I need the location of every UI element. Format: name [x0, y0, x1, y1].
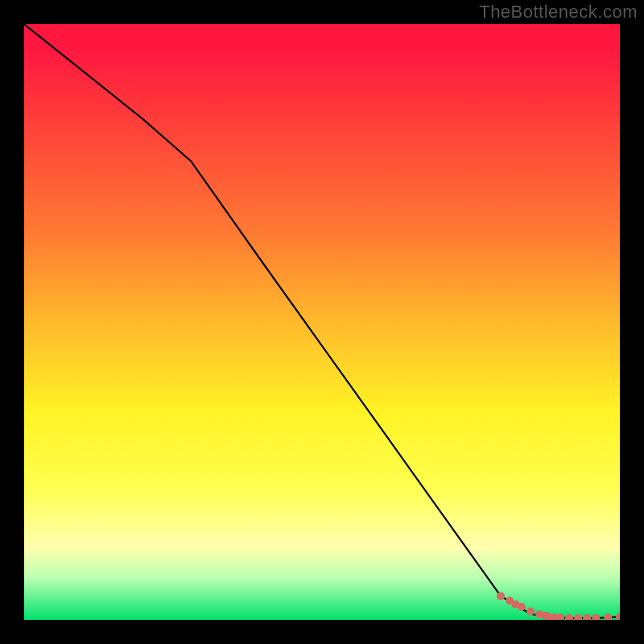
marker-dot: [616, 613, 620, 620]
marker-dot: [556, 613, 564, 620]
marker-dot: [497, 592, 505, 600]
marker-dot: [526, 608, 535, 616]
chart-frame: TheBottleneck.com: [0, 0, 644, 644]
marker-group: [497, 592, 620, 620]
marker-dot: [518, 603, 526, 611]
main-curve: [24, 24, 620, 618]
marker-dot: [583, 614, 591, 620]
chart-overlay: [24, 24, 620, 620]
marker-dot: [592, 614, 600, 620]
marker-dot: [565, 614, 573, 620]
marker-dot: [604, 613, 612, 620]
watermark-text: TheBottleneck.com: [479, 2, 638, 23]
marker-dot: [574, 614, 582, 620]
plot-area: [24, 24, 620, 620]
